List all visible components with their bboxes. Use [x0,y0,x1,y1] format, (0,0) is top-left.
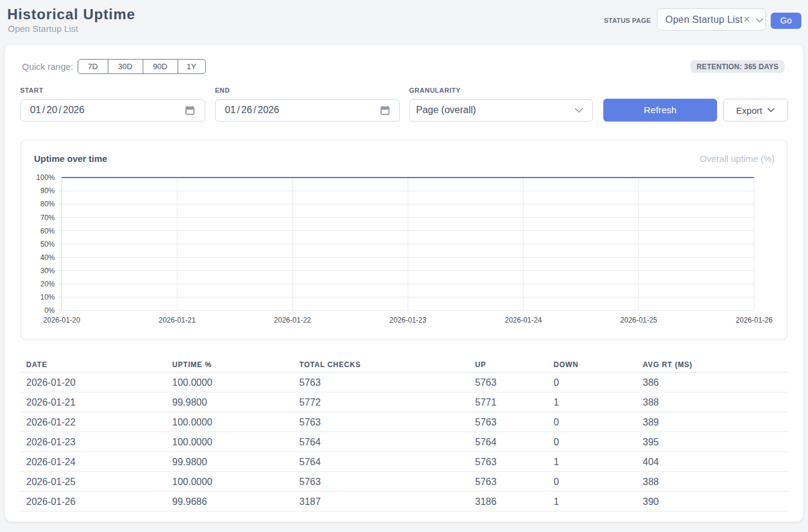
svg-text:30%: 30% [40,267,55,275]
svg-text:2026-01-26: 2026-01-26 [736,316,773,324]
svg-text:2026-01-24: 2026-01-24 [505,316,542,324]
svg-text:2026-01-20: 2026-01-20 [43,316,81,324]
svg-text:50%: 50% [40,240,55,249]
svg-text:90%: 90% [40,187,55,195]
svg-text:80%: 80% [40,200,55,208]
svg-text:2026-01-21: 2026-01-21 [159,316,196,324]
svg-text:2026-01-22: 2026-01-22 [274,316,311,324]
svg-text:100%: 100% [36,173,55,182]
svg-text:60%: 60% [40,227,55,235]
svg-text:2026-01-25: 2026-01-25 [620,316,657,324]
svg-text:10%: 10% [40,293,55,302]
svg-text:2026-01-23: 2026-01-23 [390,316,427,324]
svg-text:40%: 40% [40,253,55,262]
svg-text:0%: 0% [45,306,55,315]
svg-text:20%: 20% [40,280,55,288]
svg-text:70%: 70% [40,214,55,222]
